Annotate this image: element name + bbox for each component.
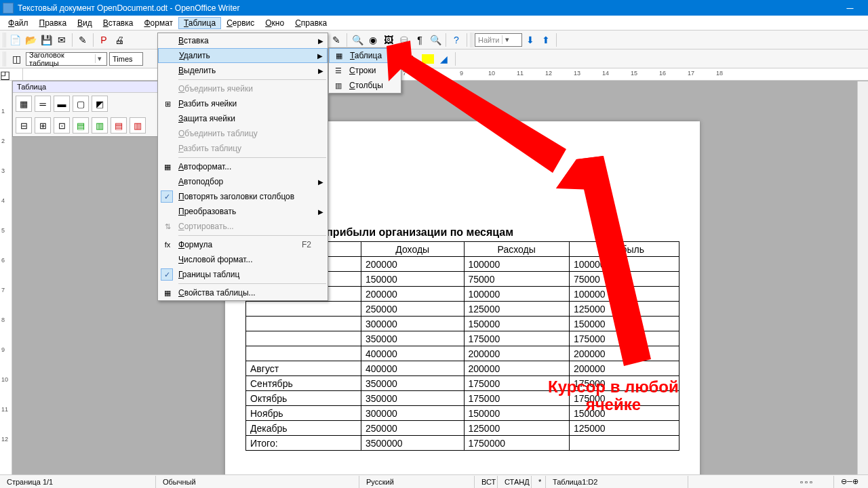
menu-item-Разбить ячейки[interactable]: ⊞Разбить ячейки xyxy=(158,96,328,111)
menu-item-Свойства таблицы...[interactable]: ▦Свойства таблицы... xyxy=(158,285,328,300)
pdf-button[interactable]: P xyxy=(96,33,111,47)
status-selmode[interactable]: СТАНД xyxy=(498,476,532,488)
grip-icon xyxy=(470,33,474,47)
delete-submenu: ▦Таблица☰Строки▥Столбцы xyxy=(328,47,401,94)
find-button[interactable]: 🔍 xyxy=(350,33,365,47)
status-modified: * xyxy=(532,476,546,488)
menu-Формат[interactable]: Формат xyxy=(138,17,178,29)
mail-button[interactable]: ✉ xyxy=(54,33,69,47)
line-style-icon[interactable]: ═ xyxy=(35,96,51,112)
status-zoom[interactable]: ⊖─⊕ xyxy=(834,476,868,488)
menu-Вид[interactable]: Вид xyxy=(72,17,98,29)
menu-item-Формула[interactable]: fxФормулаF2 xyxy=(158,237,328,252)
new-button[interactable]: 📄 xyxy=(7,33,22,47)
datasource-button[interactable]: ⛁ xyxy=(397,33,412,47)
bgfill-icon[interactable]: ◩ xyxy=(92,96,108,112)
menu-Правка[interactable]: Правка xyxy=(34,17,73,29)
merge-icon[interactable]: ⊟ xyxy=(16,117,32,134)
ruler-horizontal[interactable]: ◰ 789101112131415161718 xyxy=(0,68,868,81)
menubar: ФайлПравкаВидВставкаФорматТаблицаСервисО… xyxy=(0,16,868,30)
table-row[interactable]: Итого:35000001750000 xyxy=(246,436,679,451)
status-style[interactable]: Обычный xyxy=(156,476,359,488)
table-side-panel: Таблица ▦ ═ ▬ ▢ ◩ ⊟ ⊞ ⊡ ▤ ▥ ▤ ▥ xyxy=(12,81,159,137)
nonprint-button[interactable]: ¶ xyxy=(412,33,427,47)
menu-item-Разбить таблицу: Разбить таблицу xyxy=(158,141,328,156)
menu-item-Таблица[interactable]: ▦Таблица xyxy=(329,48,401,63)
status-lang[interactable]: Русский xyxy=(359,476,475,488)
table-row[interactable]: 300000150000150000 xyxy=(246,317,679,331)
highlight-button[interactable] xyxy=(422,54,434,64)
optimize-icon[interactable]: ⊡ xyxy=(54,117,70,134)
bgcolor-button[interactable]: ◢ xyxy=(436,52,451,66)
font-color-button[interactable]: A xyxy=(405,52,420,66)
col-delete-icon[interactable]: ▥ xyxy=(130,117,146,134)
menu-item-Защита ячейки[interactable]: Защита ячейки xyxy=(158,111,328,126)
border-color-icon[interactable]: ▬ xyxy=(54,96,70,112)
status-cell[interactable]: Таблица1:D2 xyxy=(546,476,688,488)
print-button[interactable]: 🖨 xyxy=(112,33,127,47)
ruler-corner: ◰ xyxy=(0,68,23,80)
find-prev-button[interactable]: ⬇ xyxy=(523,33,538,47)
open-button[interactable]: 📂 xyxy=(23,33,38,47)
menu-item-Вставка[interactable]: Вставка▶ xyxy=(158,33,328,48)
status-insert[interactable]: ВСТ xyxy=(475,476,498,488)
col-insert-icon[interactable]: ▥ xyxy=(92,117,108,134)
edit-button[interactable]: ✎ xyxy=(75,33,90,47)
table-row[interactable]: 250000125000125000 xyxy=(246,302,679,317)
menu-Окно[interactable]: Окно xyxy=(260,17,290,29)
menu-item-Столбцы[interactable]: ▥Столбцы xyxy=(329,78,401,93)
scrollbar-vertical[interactable] xyxy=(857,81,868,474)
menu-item-Числовой формат...[interactable]: Числовой формат... xyxy=(158,252,328,267)
status-view-icons[interactable]: ▫ ▫ ▫ xyxy=(793,476,834,488)
table-row[interactable]: Декабрь250000125000125000 xyxy=(246,421,679,436)
menu-item-Объединить таблицу: Объединить таблицу xyxy=(158,126,328,141)
menu-Файл[interactable]: Файл xyxy=(3,17,34,29)
borders-icon[interactable]: ▢ xyxy=(73,96,89,112)
document-area[interactable]: Таблица учета прибыли организации по мес… xyxy=(12,81,868,481)
table-row[interactable]: 350000175000175000 xyxy=(246,331,679,346)
help-button[interactable]: ? xyxy=(449,33,464,47)
row-insert-icon[interactable]: ▤ xyxy=(73,117,89,134)
find-input[interactable]: Найти▾ xyxy=(475,33,522,47)
menu-item-Автоформат...[interactable]: ▦Автоформат... xyxy=(158,159,328,174)
menu-item-Автоподбор[interactable]: Автоподбор▶ xyxy=(158,174,328,189)
status-page[interactable]: Страница 1/1 xyxy=(0,476,156,488)
styles-button[interactable]: ◫ xyxy=(9,52,24,66)
row-delete-icon[interactable]: ▤ xyxy=(111,117,127,134)
menu-item-Повторять заголовки столбцов[interactable]: ✓Повторять заголовки столбцов xyxy=(158,189,328,204)
navigator-button[interactable]: ◉ xyxy=(366,33,380,47)
ruler-vertical[interactable]: 123456789101112 xyxy=(0,81,12,481)
draw-button[interactable]: ✎ xyxy=(329,33,344,47)
menu-Вставка[interactable]: Вставка xyxy=(98,17,139,29)
annotation-text: Курсор в любойячейке xyxy=(548,378,679,414)
workarea: 123456789101112 Таблица учета прибыли ор… xyxy=(0,81,868,481)
menu-item-Выделить[interactable]: Выделить▶ xyxy=(158,63,328,78)
save-button[interactable]: 💾 xyxy=(39,33,54,47)
gallery-button[interactable]: 🖼 xyxy=(381,33,396,47)
font-name-combo[interactable]: Times xyxy=(109,52,143,66)
window-title: Текстовый документ OpenDocument.odt - Op… xyxy=(18,3,239,13)
zoom-button[interactable]: 🔍 xyxy=(428,33,443,47)
table-header[interactable]: Прибыль xyxy=(569,242,679,257)
menu-item-Удалить[interactable]: Удалить▶ xyxy=(158,48,328,63)
paragraph-style-combo[interactable]: Заголовок таблицы▾ xyxy=(26,52,107,66)
table-row[interactable]: 400000200000200000 xyxy=(246,346,679,361)
menu-item-Границы таблиц[interactable]: ✓Границы таблиц xyxy=(158,267,328,282)
menu-item-Строки[interactable]: ☰Строки xyxy=(329,63,401,78)
grip-icon xyxy=(3,33,7,47)
find-next-button[interactable]: ⬆ xyxy=(538,33,553,47)
menu-Таблица[interactable]: Таблица xyxy=(178,17,221,29)
table-header[interactable]: Доходы xyxy=(361,242,464,257)
table-header[interactable]: Расходы xyxy=(464,242,569,257)
table-menu: Вставка▶Удалить▶Выделить▶Объединить ячей… xyxy=(157,33,328,301)
menu-Сервис[interactable]: Сервис xyxy=(221,17,260,29)
minimize-button[interactable]: ─ xyxy=(835,0,865,16)
table-insert-icon[interactable]: ▦ xyxy=(16,96,32,112)
menu-item-Преобразовать[interactable]: Преобразовать▶ xyxy=(158,204,328,219)
menu-item-Сортировать...: ⇅Сортировать... xyxy=(158,219,328,234)
table-row[interactable]: Август400000200000200000 xyxy=(246,361,679,376)
split-icon[interactable]: ⊞ xyxy=(35,117,51,134)
menu-Справка[interactable]: Справка xyxy=(290,17,332,29)
menu-item-Объединить ячейки: Объединить ячейки xyxy=(158,81,328,96)
statusbar: Страница 1/1 Обычный Русский ВСТ СТАНД *… xyxy=(0,474,868,488)
